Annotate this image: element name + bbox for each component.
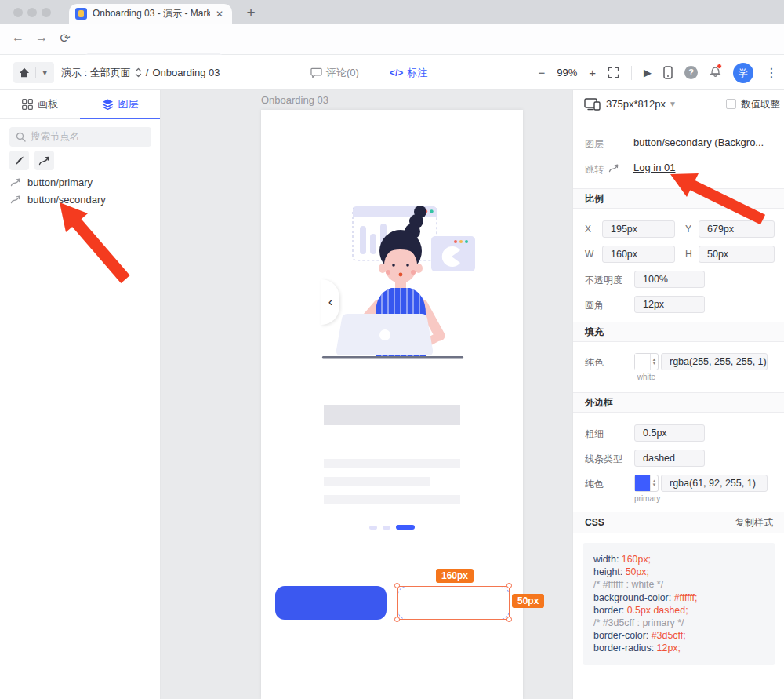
- css-line: border-radius12px: [593, 642, 764, 654]
- back-icon[interactable]: ←: [9, 31, 27, 45]
- device-size-value[interactable]: 375px*812px: [606, 98, 666, 110]
- filter-draw-button[interactable]: [9, 151, 29, 170]
- css-comment: /* #ffffff : white */: [593, 578, 764, 591]
- y-input[interactable]: 679px: [699, 220, 775, 238]
- opacity-label: 不透明度: [585, 274, 622, 287]
- fill-swatch-stepper[interactable]: ▲▼: [650, 354, 658, 370]
- placeholder-text-bar: [324, 477, 430, 486]
- border-weight-label: 粗细: [585, 428, 604, 441]
- breadcrumb: 演示 : 全部页面 / Onboarding 03: [61, 55, 220, 90]
- selection-handle[interactable]: [394, 583, 400, 588]
- toolbar-right-cluster: − 99% + ▶ ? 学 ⋮: [538, 55, 778, 90]
- app-toolbar: ▼ 演示 : 全部页面 / Onboarding 03 评论(0) </> 标注…: [0, 55, 784, 90]
- device-preview-icon[interactable]: [663, 66, 673, 79]
- reload-icon[interactable]: ⟳: [56, 31, 74, 46]
- play-button[interactable]: ▶: [644, 67, 652, 78]
- inspector-header: 375px*812px ▼ 数值取整: [573, 90, 784, 118]
- jump-target-link[interactable]: Log in 01: [633, 162, 676, 173]
- filter-link-button[interactable]: [34, 151, 54, 170]
- border-swatch-stepper[interactable]: ▲▼: [650, 475, 658, 491]
- breadcrumb-scope[interactable]: 演示 : 全部页面: [61, 66, 131, 80]
- layers-icon: [102, 99, 114, 110]
- placeholder-text-bar: [324, 495, 460, 504]
- window-close-dot[interactable]: [13, 8, 23, 17]
- more-menu-icon[interactable]: ⋮: [765, 65, 778, 80]
- design-button-primary[interactable]: [275, 586, 387, 620]
- tab-layers[interactable]: 图层: [80, 90, 160, 118]
- css-title: CSS: [585, 517, 604, 528]
- zoom-level[interactable]: 99%: [557, 67, 577, 78]
- toolbar-divider: [631, 66, 632, 80]
- css-line: border-color#3d5cff: [593, 629, 764, 642]
- section-ratio-header: 比例: [573, 188, 784, 209]
- help-icon[interactable]: ?: [684, 66, 698, 79]
- jump-label: 跳转: [585, 163, 604, 177]
- window-zoom-dot[interactable]: [42, 8, 51, 17]
- layer-item-label: button/primary: [27, 177, 93, 188]
- annotate-button[interactable]: </> 标注: [390, 55, 427, 90]
- fill-solid-label: 纯色: [585, 356, 604, 370]
- round-values-checkbox[interactable]: [726, 99, 736, 109]
- fill-color-swatch[interactable]: ▲▼: [634, 353, 659, 370]
- border-color-value-input[interactable]: rgba(61, 92, 255, 1): [661, 475, 768, 492]
- css-line: width160px: [593, 553, 764, 566]
- search-input[interactable]: 搜索节点名: [9, 127, 151, 147]
- selection-handle[interactable]: [394, 617, 400, 622]
- tab-close-icon[interactable]: ✕: [216, 9, 223, 20]
- user-avatar[interactable]: 学: [733, 63, 753, 83]
- h-label: H: [685, 249, 692, 260]
- home-button[interactable]: ▼: [13, 62, 54, 83]
- corner-radius-input[interactable]: 12px: [634, 296, 705, 313]
- new-tab-button[interactable]: +: [241, 3, 260, 22]
- comment-bubble-icon: [310, 67, 322, 78]
- tab-artboards[interactable]: 画板: [0, 90, 80, 118]
- forward-icon[interactable]: →: [33, 31, 50, 45]
- css-line: height50px: [593, 566, 764, 578]
- artboard-onboarding-03: 160px 50px: [261, 110, 523, 699]
- code-brackets-icon: </>: [390, 67, 403, 78]
- browser-tabstrip: Onboarding 03 - 演示 - MarkLi ✕ +: [0, 0, 784, 24]
- section-border-header: 外边框: [573, 392, 784, 413]
- y-label: Y: [685, 224, 691, 235]
- home-caret-icon[interactable]: ▼: [41, 68, 49, 77]
- selection-handle[interactable]: [506, 617, 512, 622]
- fill-color-value-input[interactable]: rgba(255, 255, 255, 1): [661, 353, 768, 370]
- section-fill-header: 填充: [573, 322, 784, 342]
- fullscreen-icon[interactable]: [608, 67, 619, 78]
- device-size-icon: [584, 98, 601, 111]
- window-minimize-dot[interactable]: [27, 8, 37, 17]
- jump-curve-icon: [10, 195, 21, 204]
- border-color-swatch[interactable]: ▲▼: [634, 475, 659, 492]
- border-weight-input[interactable]: 0.5px: [634, 424, 705, 442]
- scope-switch-icon[interactable]: [135, 67, 142, 78]
- breadcrumb-page-name: Onboarding 03: [152, 67, 220, 78]
- opacity-input[interactable]: 100%: [634, 271, 705, 288]
- border-style-label: 线条类型: [585, 453, 622, 466]
- device-size-caret-icon[interactable]: ▼: [669, 100, 677, 108]
- css-code-block: width160px height50px /* #ffffff : white…: [583, 543, 775, 665]
- layer-item-button-secondary[interactable]: button/secondary: [0, 191, 161, 208]
- layer-label: 图层: [585, 138, 604, 151]
- placeholder-text-bar: [324, 459, 460, 468]
- css-comment: /* #3d5cff : primary */: [593, 617, 764, 629]
- x-input[interactable]: 195px: [602, 220, 675, 238]
- height-input[interactable]: 50px: [699, 246, 775, 263]
- w-label: W: [585, 249, 593, 260]
- tab-layers-label: 图层: [118, 97, 139, 111]
- marklight-app-window: Onboarding 03 - 演示 - MarkLi ✕ + ← → ⟳ No…: [0, 0, 784, 699]
- width-input[interactable]: 160px: [602, 246, 675, 263]
- selection-handle[interactable]: [506, 583, 512, 588]
- round-values-label: 数值取整: [741, 98, 780, 111]
- layer-item-button-primary[interactable]: button/primary: [0, 173, 161, 191]
- browser-tab[interactable]: Onboarding 03 - 演示 - MarkLi ✕: [69, 4, 232, 24]
- copy-style-button[interactable]: 复制样式: [735, 512, 773, 533]
- zoom-out-button[interactable]: −: [538, 66, 545, 79]
- comments-button[interactable]: 评论(0): [310, 55, 359, 90]
- notifications-button[interactable]: [710, 65, 721, 81]
- pagination-dot: [369, 526, 377, 530]
- zoom-in-button[interactable]: +: [589, 66, 596, 79]
- inspector-panel: 375px*812px ▼ 数值取整 图层 button/secondary (…: [572, 90, 784, 699]
- border-style-input[interactable]: dashed: [634, 450, 705, 467]
- artboard-title[interactable]: Onboarding 03: [261, 94, 328, 106]
- design-canvas[interactable]: Onboarding 03: [161, 90, 572, 699]
